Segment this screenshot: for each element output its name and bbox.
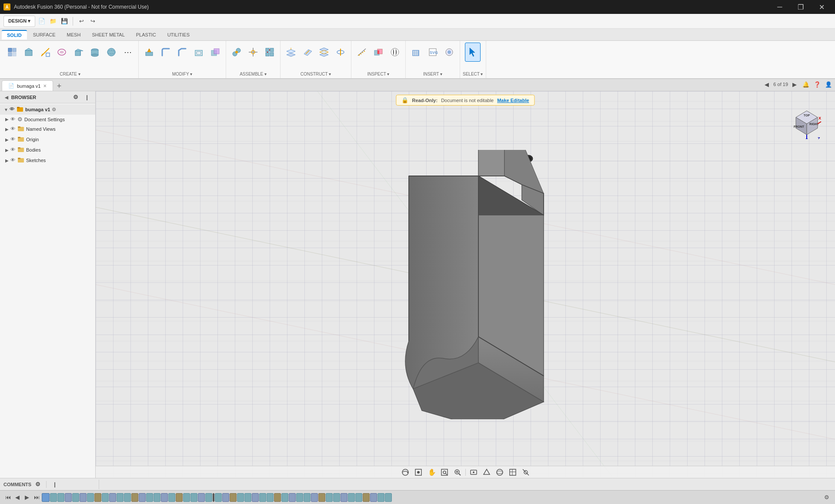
timeline-marker[interactable] [213, 493, 214, 502]
select-button[interactable] [465, 43, 481, 62]
timeline-step[interactable] [65, 493, 72, 502]
timeline-step[interactable] [154, 493, 160, 502]
fillet-button[interactable] [158, 43, 174, 62]
more-create-button[interactable]: ⋯ [120, 43, 136, 62]
timeline-step[interactable] [87, 493, 94, 502]
root-settings-icon[interactable]: ⚙ [52, 107, 56, 113]
timeline-step[interactable] [109, 493, 116, 502]
timeline-step[interactable] [326, 493, 333, 502]
doc-settings-eye[interactable]: 👁 [10, 116, 17, 123]
visual-style-icon[interactable] [481, 467, 492, 477]
tab-utilities[interactable]: UTILITIES [162, 30, 195, 39]
open-button[interactable]: 📁 [48, 17, 58, 26]
design-mode-button[interactable]: DESIGN ▾ [3, 16, 35, 27]
joint-origin-button[interactable] [245, 43, 261, 62]
cylinder-button[interactable] [87, 43, 103, 62]
timeline-step[interactable] [161, 493, 168, 502]
timeline-step[interactable] [80, 493, 87, 502]
decal-button[interactable] [441, 43, 457, 62]
timeline-step[interactable] [222, 493, 229, 502]
doc-tab-close[interactable]: × [43, 83, 47, 89]
snap-icon[interactable] [521, 467, 531, 477]
prev-doc-button[interactable]: ◀ [762, 80, 772, 89]
sketches-eye[interactable]: 👁 [10, 157, 17, 163]
timeline-step[interactable] [117, 493, 124, 502]
box-button[interactable] [70, 43, 86, 62]
timeline-step[interactable] [50, 493, 57, 502]
timeline-settings-button[interactable]: ⚙ [822, 493, 832, 502]
timeline-step[interactable] [57, 493, 64, 502]
zoom-window-icon[interactable] [452, 467, 463, 477]
new-body-button[interactable] [21, 43, 37, 62]
timeline-step[interactable] [183, 493, 190, 502]
notification-button[interactable]: 🔔 [801, 80, 811, 89]
press-pull-button[interactable] [141, 43, 157, 62]
grid-icon[interactable] [508, 467, 518, 477]
timeline-step[interactable] [215, 493, 222, 502]
new-component-button[interactable] [4, 43, 20, 62]
named-views-eye[interactable]: 👁 [10, 126, 17, 132]
timeline-step[interactable] [124, 493, 131, 502]
comments-settings[interactable]: ⚙ [33, 480, 43, 489]
create-form-button[interactable] [54, 43, 70, 62]
browser-item-named-views[interactable]: ▶ 👁 Named Views [0, 124, 95, 134]
insert-label[interactable]: INSERT ▾ [423, 72, 442, 76]
timeline-next-button[interactable]: ⏭ [32, 493, 41, 502]
minimize-button[interactable]: ─ [770, 0, 790, 14]
add-tab-button[interactable]: + [53, 81, 65, 91]
timeline-step[interactable] [252, 493, 259, 502]
view-cube[interactable]: TOP FRONT RIGHT Z X [792, 109, 822, 139]
create-label[interactable]: CREATE ▾ [60, 72, 80, 76]
insert-mesh-button[interactable] [408, 43, 424, 62]
save-button[interactable]: 💾 [60, 17, 69, 26]
rigid-group-button[interactable] [262, 43, 277, 62]
timeline-step[interactable] [289, 493, 296, 502]
display-settings-icon[interactable] [468, 467, 479, 477]
timeline-step[interactable] [168, 493, 175, 502]
timeline-step[interactable] [274, 493, 281, 502]
undo-button[interactable]: ↩ [77, 17, 86, 26]
timeline-step[interactable] [355, 493, 362, 502]
help-button[interactable]: ❓ [812, 80, 822, 89]
look-at-icon[interactable] [413, 467, 424, 477]
make-editable-button[interactable]: Make Editable [497, 98, 529, 103]
shell-button[interactable] [191, 43, 207, 62]
browser-settings-button[interactable]: ⚙ [71, 93, 80, 102]
timeline-step[interactable] [139, 493, 146, 502]
zoom-fit-icon[interactable] [439, 467, 450, 477]
zebra-button[interactable] [387, 43, 403, 62]
timeline-prev-button[interactable]: ◀ [13, 493, 22, 502]
timeline-first-button[interactable]: ⏮ [3, 493, 12, 502]
tab-mesh[interactable]: MESH [62, 30, 86, 39]
user-button[interactable]: 👤 [824, 80, 833, 89]
timeline-step[interactable] [267, 493, 274, 502]
offset-plane-button[interactable] [283, 43, 299, 62]
timeline-step[interactable] [377, 493, 384, 502]
assemble-label[interactable]: ASSEMBLE ▾ [240, 72, 267, 76]
timeline-step[interactable] [190, 493, 197, 502]
tab-solid[interactable]: SOLID [2, 30, 27, 40]
close-button[interactable]: ✕ [812, 0, 832, 14]
timeline-step[interactable] [131, 493, 138, 502]
timeline-step[interactable] [259, 493, 266, 502]
timeline-step[interactable] [205, 493, 212, 502]
timeline-step[interactable] [102, 493, 109, 502]
browser-item-sketches[interactable]: ▶ 👁 Sketches [0, 155, 95, 166]
environment-icon[interactable] [494, 467, 505, 477]
tab-sheet-metal[interactable]: SHEET METAL [87, 30, 130, 39]
select-label[interactable]: SELECT ▾ [463, 72, 483, 76]
new-button[interactable]: 📄 [37, 17, 47, 26]
plane-at-angle-button[interactable] [300, 43, 315, 62]
timeline-step[interactable] [304, 493, 311, 502]
sphere-button[interactable] [104, 43, 119, 62]
new-sketch-button[interactable] [37, 43, 53, 62]
timeline-step[interactable] [72, 493, 79, 502]
origin-eye[interactable]: 👁 [10, 136, 17, 143]
timeline-step[interactable] [244, 493, 251, 502]
timeline-step[interactable] [296, 493, 303, 502]
browser-item-doc-settings[interactable]: ▶ 👁 ⚙ Document Settings [0, 115, 95, 124]
timeline-step[interactable] [318, 493, 325, 502]
timeline-step[interactable] [333, 493, 340, 502]
timeline-step[interactable] [370, 493, 377, 502]
next-doc-button[interactable]: ▶ [790, 80, 799, 89]
